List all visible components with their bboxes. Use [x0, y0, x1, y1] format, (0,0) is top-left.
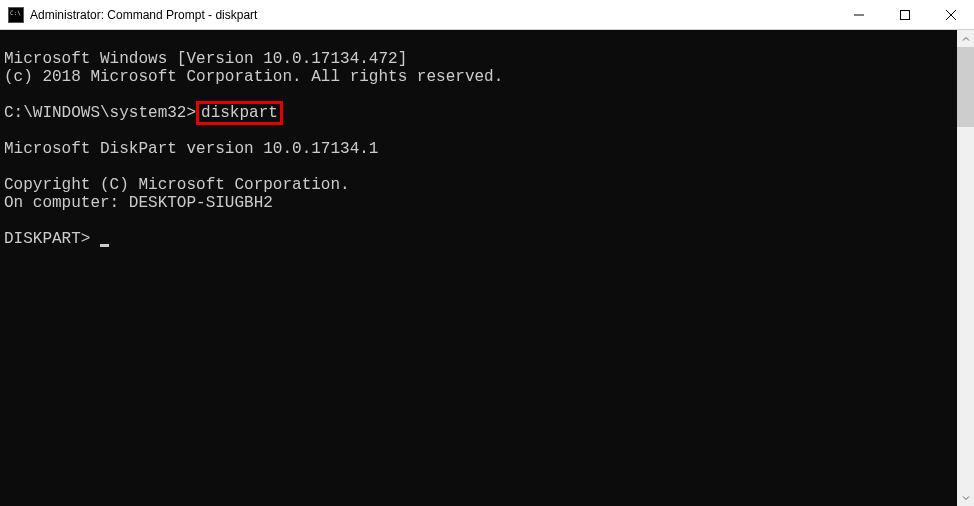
chevron-down-icon [962, 494, 970, 502]
svg-rect-1 [901, 10, 910, 19]
close-icon [946, 10, 956, 20]
minimize-button[interactable] [836, 0, 882, 29]
output-line: Copyright (C) Microsoft Corporation. [4, 176, 350, 194]
vertical-scrollbar[interactable] [957, 30, 974, 506]
scroll-down-button[interactable] [957, 489, 974, 506]
command-prompt-window: Administrator: Command Prompt - diskpart… [0, 0, 974, 506]
window-controls [836, 0, 974, 29]
output-line: Microsoft DiskPart version 10.0.17134.1 [4, 140, 378, 158]
scroll-up-button[interactable] [957, 30, 974, 47]
close-button[interactable] [928, 0, 974, 29]
output-line: On computer: DESKTOP-SIUGBH2 [4, 194, 273, 212]
prompt-text: DISKPART> [4, 230, 100, 248]
prompt-path: C:\WINDOWS\system32> [4, 104, 196, 122]
window-title: Administrator: Command Prompt - diskpart [30, 8, 836, 22]
terminal-area: Microsoft Windows [Version 10.0.17134.47… [0, 30, 974, 506]
maximize-button[interactable] [882, 0, 928, 29]
diskpart-prompt: DISKPART> [4, 230, 109, 248]
minimize-icon [854, 10, 864, 20]
cmd-icon [8, 7, 24, 23]
scroll-track[interactable] [957, 47, 974, 489]
scroll-thumb[interactable] [957, 47, 974, 127]
cursor [100, 244, 109, 247]
titlebar[interactable]: Administrator: Command Prompt - diskpart [0, 0, 974, 30]
prompt-line: C:\WINDOWS\system32>diskpart [4, 101, 283, 125]
output-line: Microsoft Windows [Version 10.0.17134.47… [4, 50, 407, 68]
highlighted-command: diskpart [196, 101, 283, 125]
terminal-content[interactable]: Microsoft Windows [Version 10.0.17134.47… [0, 30, 957, 506]
output-line: (c) 2018 Microsoft Corporation. All righ… [4, 68, 503, 86]
chevron-up-icon [962, 35, 970, 43]
maximize-icon [900, 10, 910, 20]
